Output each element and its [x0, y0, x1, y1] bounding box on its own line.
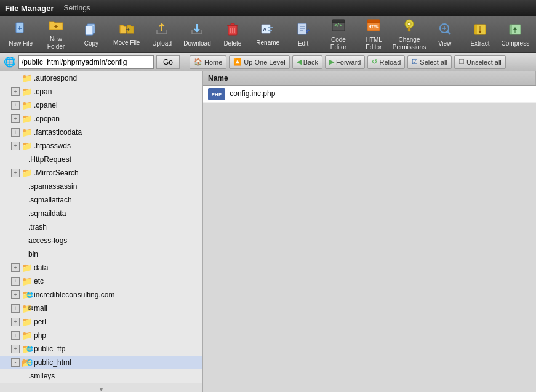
tree-item-smileys[interactable]: .smileys: [0, 369, 202, 383]
tree-item-php[interactable]: + 📁 php: [0, 329, 202, 342]
forward-button[interactable]: ▶ Forward: [325, 55, 365, 69]
tree-item-cpan[interactable]: + 📁 .cpan: [0, 85, 202, 98]
tree-item-access-logs[interactable]: access-logs: [0, 234, 202, 247]
expand-icon[interactable]: +: [11, 128, 20, 137]
tree-item-trash[interactable]: .trash: [0, 220, 202, 234]
tree-item-label: .cpanel: [34, 100, 58, 111]
expand-icon[interactable]: +: [11, 290, 20, 299]
new-file-icon: [14, 22, 28, 39]
expand-icon: [20, 182, 28, 191]
extract-button[interactable]: Extract: [463, 18, 497, 50]
app-title: File Manager: [5, 4, 54, 13]
download-label: Download: [183, 40, 210, 47]
tree-item-incredibleconsulting[interactable]: + 📁🌐 incredibleconsulting.com: [0, 288, 202, 302]
new-file-button[interactable]: New File: [4, 18, 38, 50]
tree-item-mail[interactable]: + 📁✉ mail: [0, 302, 202, 315]
tree-item-autorespond[interactable]: 📁 .autorespond: [0, 71, 202, 85]
home-button[interactable]: 🏠 Home: [190, 55, 226, 69]
unselect-all-icon: ☐: [458, 58, 465, 66]
file-table: Name PHP config.inc.php: [203, 71, 536, 103]
change-permissions-button[interactable]: ChangePermissions: [392, 18, 426, 50]
tree-item-etc[interactable]: + 📁 etc: [0, 274, 202, 288]
tree-item-label: .autorespond: [34, 73, 77, 84]
tree-item-mirrorsearch[interactable]: + 📁 .MirrorSearch: [0, 166, 202, 180]
rename-button[interactable]: A Rename: [251, 18, 285, 50]
navbar: 🌐 /public_html/phpmyadmin/config Go 🏠 Ho…: [0, 53, 536, 71]
expand-icon[interactable]: +: [11, 263, 20, 272]
tree-item-data[interactable]: + 📁 data: [0, 261, 202, 274]
change-permissions-icon: [402, 18, 417, 35]
expand-icon[interactable]: +: [11, 169, 20, 177]
tree-item-sqmaildata[interactable]: .sqmaildata: [0, 207, 202, 220]
svg-rect-27: [367, 20, 380, 23]
svg-rect-31: [408, 27, 410, 31]
up-one-level-button[interactable]: 🔼 Up One Level: [229, 55, 289, 69]
select-all-button[interactable]: ☑ Select all: [407, 55, 452, 69]
file-name: config.inc.php: [230, 89, 275, 98]
tree-item-label: data: [34, 262, 48, 273]
svg-point-30: [407, 22, 411, 26]
reload-button[interactable]: ↺ Reload: [367, 55, 405, 69]
move-file-button[interactable]: Move File: [110, 18, 143, 50]
expand-icon[interactable]: +: [11, 304, 20, 313]
upload-label: Upload: [152, 40, 172, 47]
unselect-all-button[interactable]: ☐ Unselect all: [454, 55, 506, 69]
html-editor-icon: HTML: [366, 18, 381, 35]
rename-icon: A: [260, 22, 275, 38]
compress-button[interactable]: Compress: [498, 18, 532, 50]
svg-rect-19: [298, 23, 306, 34]
upload-button[interactable]: Upload: [145, 18, 178, 50]
back-button[interactable]: ◀ Back: [292, 55, 322, 69]
tree-item-bin[interactable]: bin: [0, 247, 202, 261]
svg-line-33: [447, 31, 450, 34]
download-button[interactable]: Download: [180, 18, 214, 50]
delete-button[interactable]: Delete: [215, 18, 249, 50]
forward-icon: ▶: [329, 58, 334, 66]
new-file-label: New File: [9, 40, 33, 47]
delete-label: Delete: [223, 40, 241, 47]
expand-icon[interactable]: [11, 74, 20, 82]
svg-rect-6: [86, 26, 93, 35]
expand-icon[interactable]: +: [11, 142, 20, 150]
tree-item-cpanel[interactable]: + 📁 .cpanel: [0, 98, 202, 112]
path-input[interactable]: /public_html/phpmyadmin/config: [18, 55, 154, 69]
tree-item-spamassassin[interactable]: .spamassassin: [0, 180, 202, 193]
folder-icon: 📁: [22, 100, 32, 111]
expand-icon[interactable]: +: [11, 331, 20, 340]
new-folder-button[interactable]: NewFolder: [39, 18, 73, 50]
tree-item-label: mail: [34, 303, 47, 314]
copy-button[interactable]: Copy: [74, 18, 108, 50]
move-file-icon: [119, 22, 135, 38]
tree-item-label: php: [34, 330, 46, 341]
copy-label: Copy: [84, 40, 98, 47]
tree-item-htpasswds[interactable]: + 📁 .htpasswds: [0, 139, 202, 153]
expand-icon[interactable]: +: [11, 101, 20, 110]
expand-icon[interactable]: +: [11, 318, 20, 326]
tree-item-perl[interactable]: + 📁 perl: [0, 315, 202, 329]
go-button[interactable]: Go: [156, 55, 180, 69]
expand-icon[interactable]: +: [11, 114, 20, 123]
folder-icon: 📁: [22, 140, 32, 151]
tree-item-fantasticodata[interactable]: + 📁 .fantasticodata: [0, 126, 202, 139]
tree-item-public-html[interactable]: - 📂🌐 public_html: [0, 356, 202, 369]
edit-button[interactable]: Edit: [286, 18, 320, 50]
file-name-cell[interactable]: PHP config.inc.php: [203, 86, 536, 103]
svg-text:A: A: [263, 26, 267, 33]
expand-icon[interactable]: +: [11, 277, 20, 286]
expand-icon: [20, 209, 28, 218]
html-editor-button[interactable]: HTML HTMLEditor: [357, 18, 391, 50]
view-button[interactable]: View: [428, 18, 462, 50]
settings-link[interactable]: Settings: [63, 4, 90, 12]
tree-item-public-ftp[interactable]: + 📁🌐 public_ftp: [0, 342, 202, 356]
tree-item-sqmailattach[interactable]: .sqmailattach: [0, 193, 202, 207]
expand-icon[interactable]: -: [11, 358, 20, 367]
table-row[interactable]: PHP config.inc.php: [203, 86, 536, 103]
tree-item-label: access-logs: [28, 235, 67, 246]
html-editor-label: HTMLEditor: [366, 36, 382, 51]
expand-icon[interactable]: +: [11, 345, 20, 353]
code-editor-button[interactable]: </> CodeEditor: [321, 18, 355, 50]
expand-icon[interactable]: +: [11, 87, 20, 96]
tree-item-httprequest[interactable]: .HttpRequest: [0, 153, 202, 166]
tree-item-cpcpan[interactable]: + 📁 .cpcpan: [0, 112, 202, 126]
tree-item-label: .cpcpan: [34, 113, 60, 124]
